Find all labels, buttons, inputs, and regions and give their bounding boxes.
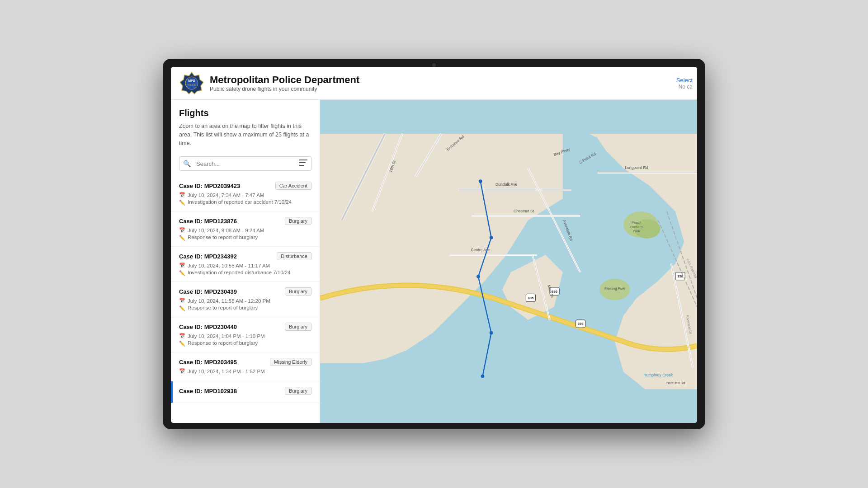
case-id: Case ID: MPD2039423 xyxy=(179,183,240,189)
svg-text:Park: Park xyxy=(633,229,640,233)
filter-button[interactable] xyxy=(296,157,311,170)
pencil-icon: ✏️ xyxy=(179,341,185,347)
search-bar[interactable]: 🔍 xyxy=(179,156,311,171)
header-text-block: Metropolitan Police Department Public sa… xyxy=(210,74,359,92)
case-badge: Missing Elderly xyxy=(270,358,311,366)
svg-point-65 xyxy=(490,331,493,335)
svg-rect-6 xyxy=(299,165,304,166)
case-id: Case ID: MPD123876 xyxy=(179,218,237,225)
org-name: Metropolitan Police Department xyxy=(210,74,359,86)
case-item[interactable]: Case ID: MPD2039423 Car Accident 📅July 1… xyxy=(171,176,320,211)
calendar-icon: 📅 xyxy=(179,192,185,198)
case-description: ✏️Response to report of burglary xyxy=(179,305,311,311)
case-badge: Disturbance xyxy=(277,252,311,260)
case-id: Case ID: MPD234392 xyxy=(179,253,237,260)
svg-text:MPD: MPD xyxy=(188,79,195,82)
svg-point-66 xyxy=(481,375,485,378)
case-date: 📅July 10, 2024, 7:34 AM - 7:47 AM xyxy=(179,192,311,198)
sidebar-description: Zoom to an area on the map to filter fli… xyxy=(179,122,311,147)
sidebar-header: Flights Zoom to an area on the map to fi… xyxy=(171,100,320,152)
calendar-icon: 📅 xyxy=(179,368,185,374)
calendar-icon: 📅 xyxy=(179,333,185,339)
pencil-icon: ✏️ xyxy=(179,235,185,241)
svg-text:Orchard: Orchard xyxy=(630,225,643,229)
case-item[interactable]: Case ID: MPD230439 Burglary 📅July 10, 20… xyxy=(171,282,320,317)
case-description: ✏️Investigation of reported car accident… xyxy=(179,199,311,206)
map-svg: Peach Orchard Park Fleming Park 695 xyxy=(320,100,697,423)
calendar-icon: 📅 xyxy=(179,298,185,304)
svg-text:Fleming Park: Fleming Park xyxy=(604,286,625,291)
case-badge: Burglary xyxy=(285,387,311,395)
flights-sidebar: Flights Zoom to an area on the map to fi… xyxy=(171,100,320,423)
case-id: Case ID: MPD230439 xyxy=(179,288,237,295)
case-badge: Burglary xyxy=(285,287,311,296)
pencil-icon: ✏️ xyxy=(179,270,185,276)
case-date: 📅July 10, 2024, 9:08 AM - 9:24 AM xyxy=(179,227,311,233)
svg-text:Dundalk Ave: Dundalk Ave xyxy=(495,182,517,187)
case-date: 📅July 10, 2024, 11:55 AM - 12:20 PM xyxy=(179,298,311,304)
cases-list: Case ID: MPD2039423 Car Accident 📅July 1… xyxy=(171,176,320,423)
filter-icon xyxy=(299,160,307,166)
pencil-icon: ✏️ xyxy=(179,200,185,206)
svg-point-62 xyxy=(479,179,482,183)
case-id: Case ID: MPD203495 xyxy=(179,359,237,366)
case-date: 📅July 10, 2024, 1:34 PM - 1:52 PM xyxy=(179,368,311,374)
org-subtitle: Public safety drone flights in your comm… xyxy=(210,86,359,92)
select-label[interactable]: Select xyxy=(676,77,693,84)
select-value: No ca xyxy=(679,84,693,90)
svg-text:POLICE: POLICE xyxy=(188,84,196,86)
case-item[interactable]: Case ID: MPD123876 Burglary 📅July 10, 20… xyxy=(171,211,320,247)
case-item[interactable]: Case ID: MPD102938 Burglary xyxy=(171,381,320,403)
calendar-icon: 📅 xyxy=(179,263,185,268)
calendar-icon: 📅 xyxy=(179,227,185,233)
pencil-icon: ✏️ xyxy=(179,305,185,311)
case-selector[interactable]: Select No ca xyxy=(661,67,697,99)
case-description: ✏️Response to report of burglary xyxy=(179,340,311,347)
police-badge-icon: MPD POLICE xyxy=(180,71,203,95)
app-header: MPD POLICE Metropolitan Police Departmen… xyxy=(171,67,697,100)
case-item[interactable]: Case ID: MPD230440 Burglary 📅July 10, 20… xyxy=(171,317,320,352)
svg-point-64 xyxy=(476,275,480,278)
case-id: Case ID: MPD230440 xyxy=(179,324,237,330)
svg-text:Longpoint Rd: Longpoint Rd xyxy=(625,165,648,170)
case-date: 📅July 10, 2024, 1:04 PM - 1:10 PM xyxy=(179,333,311,339)
case-badge: Burglary xyxy=(285,323,311,331)
sidebar-title: Flights xyxy=(179,108,311,118)
case-item[interactable]: Case ID: MPD203495 Missing Elderly 📅July… xyxy=(171,352,320,381)
case-item[interactable]: Case ID: MPD234392 Disturbance 📅July 10,… xyxy=(171,247,320,282)
map-area[interactable]: Peach Orchard Park Fleming Park 695 xyxy=(320,100,697,423)
case-description: ✏️Investigation of reported disturbance … xyxy=(179,270,311,276)
case-description: ✏️Response to report of burglary xyxy=(179,235,311,241)
case-date: 📅July 10, 2024, 10:55 AM - 11:17 AM xyxy=(179,263,311,268)
case-badge: Burglary xyxy=(285,217,311,225)
svg-text:Peach: Peach xyxy=(632,221,642,225)
svg-text:Chestnut St: Chestnut St xyxy=(514,209,534,213)
svg-rect-5 xyxy=(299,162,306,163)
svg-text:Plate Mill Rd: Plate Mill Rd xyxy=(666,381,685,385)
svg-text:695: 695 xyxy=(578,322,584,326)
case-id: Case ID: MPD102938 xyxy=(179,388,237,394)
svg-rect-4 xyxy=(299,160,307,160)
case-badge: Car Accident xyxy=(275,182,311,190)
main-content: Flights Zoom to an area on the map to fi… xyxy=(171,100,697,423)
svg-point-63 xyxy=(490,236,493,239)
svg-text:Humphrey Creek: Humphrey Creek xyxy=(643,373,673,377)
search-input[interactable] xyxy=(194,157,296,170)
svg-text:695: 695 xyxy=(528,296,534,300)
search-icon: 🔍 xyxy=(179,157,194,170)
